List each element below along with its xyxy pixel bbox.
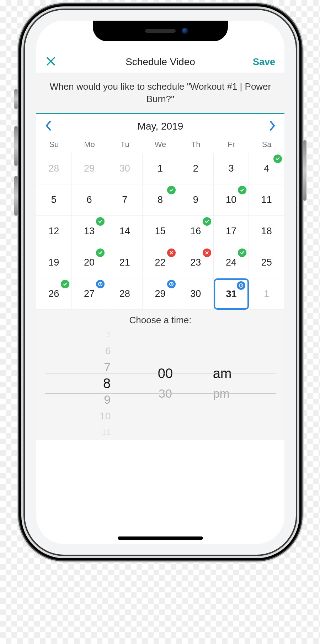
- check-icon: [238, 248, 246, 257]
- picker-option[interactable]: pm: [213, 383, 230, 403]
- check-icon: [203, 217, 211, 226]
- month-label: May, 2019: [138, 121, 183, 132]
- picker-option[interactable]: am: [213, 363, 232, 383]
- calendar-day[interactable]: 17: [214, 216, 249, 247]
- month-navigator: May, 2019: [36, 114, 284, 137]
- calendar-day[interactable]: 11: [249, 184, 284, 216]
- calendar-grid: 2829301234567891011121314151617181920212…: [36, 153, 284, 310]
- dow-th: Th: [178, 137, 214, 153]
- calendar-day[interactable]: 21: [107, 247, 143, 278]
- check-icon: [167, 186, 176, 194]
- x-icon: [167, 248, 176, 257]
- calendar-day[interactable]: 3: [214, 153, 249, 184]
- picker-option[interactable]: 9: [104, 392, 111, 408]
- check-icon: [238, 186, 246, 194]
- next-month-button[interactable]: [268, 119, 277, 133]
- picker-option[interactable]: 30: [159, 383, 172, 403]
- front-camera: [182, 28, 188, 34]
- calendar-day[interactable]: 8: [143, 184, 178, 216]
- prev-month-button[interactable]: [44, 119, 53, 133]
- picker-option[interactable]: 5: [106, 326, 111, 343]
- time-title: Choose a time:: [36, 313, 284, 326]
- navbar: Schedule Video Save: [36, 51, 284, 73]
- check-icon: [273, 155, 282, 163]
- calendar-day[interactable]: 31: [214, 278, 249, 310]
- calendar-day[interactable]: 16: [178, 216, 214, 247]
- calendar-day[interactable]: 23: [178, 247, 214, 278]
- screen: Schedule Video Save When would you like …: [36, 21, 284, 544]
- home-indicator[interactable]: [118, 536, 203, 540]
- check-icon: [96, 248, 105, 257]
- calendar-week: 12131415161718: [36, 216, 284, 247]
- calendar-day[interactable]: 20: [72, 247, 107, 278]
- earpiece-speaker: [145, 29, 176, 33]
- phone-frame: Schedule Video Save When would you like …: [25, 10, 296, 555]
- calendar-day[interactable]: 14: [107, 216, 143, 247]
- calendar-day[interactable]: 27: [72, 278, 107, 310]
- calendar-day[interactable]: 7: [107, 184, 143, 216]
- x-icon: [203, 248, 211, 257]
- calendar-day[interactable]: 13: [72, 216, 107, 247]
- picker-option[interactable]: 7: [104, 359, 111, 376]
- calendar-day[interactable]: 18: [249, 216, 284, 247]
- calendar-day[interactable]: 12: [36, 216, 72, 247]
- calendar-day[interactable]: 1: [143, 153, 178, 184]
- close-button[interactable]: [46, 56, 56, 68]
- calendar-day[interactable]: 24: [214, 247, 249, 278]
- day-of-week-row: Su Mo Tu We Th Fr Sa: [36, 137, 284, 153]
- clock-icon: [167, 280, 176, 288]
- calendar-day[interactable]: 28: [107, 278, 143, 310]
- volume-up-button: [14, 126, 18, 166]
- calendar-day[interactable]: 29: [143, 278, 178, 310]
- dow-su: Su: [36, 137, 72, 153]
- calendar-week: 2627282930311: [36, 278, 284, 310]
- calendar-day[interactable]: 2: [178, 153, 214, 184]
- mute-switch: [14, 89, 18, 109]
- clock-icon: [237, 281, 245, 290]
- notch: [93, 21, 228, 41]
- close-icon: [46, 56, 56, 67]
- time-section: Choose a time: 567891011 0030 ampm: [36, 310, 284, 440]
- calendar-week: 567891011: [36, 184, 284, 216]
- calendar-day[interactable]: 28: [36, 153, 72, 184]
- calendar-day[interactable]: 15: [143, 216, 178, 247]
- time-picker[interactable]: 567891011 0030 ampm: [36, 326, 284, 440]
- calendar-day[interactable]: 6: [72, 184, 107, 216]
- power-button: [303, 140, 306, 201]
- calendar-day[interactable]: 9: [178, 184, 214, 216]
- calendar-day[interactable]: 10: [214, 184, 249, 216]
- chevron-left-icon: [44, 119, 53, 132]
- calendar-day[interactable]: 5: [36, 184, 72, 216]
- calendar-day[interactable]: 1: [249, 278, 284, 310]
- hour-wheel[interactable]: 567891011: [36, 326, 130, 440]
- calendar-day[interactable]: 30: [107, 153, 143, 184]
- picker-option[interactable]: 11: [102, 424, 111, 440]
- calendar-day[interactable]: 26: [36, 278, 72, 310]
- picker-option[interactable]: 00: [158, 363, 173, 383]
- picker-option[interactable]: 6: [105, 343, 111, 359]
- save-button[interactable]: Save: [253, 57, 275, 68]
- calendar-day[interactable]: 30: [178, 278, 214, 310]
- calendar-day[interactable]: 29: [72, 153, 107, 184]
- picker-option[interactable]: 10: [100, 408, 111, 424]
- calendar-day[interactable]: 4: [249, 153, 284, 184]
- check-icon: [61, 280, 69, 288]
- dow-fr: Fr: [214, 137, 249, 153]
- calendar-day[interactable]: 25: [249, 247, 284, 278]
- dow-we: We: [143, 137, 178, 153]
- minute-wheel[interactable]: 0030: [130, 326, 200, 440]
- volume-down-button: [14, 176, 18, 216]
- clock-icon: [96, 280, 105, 288]
- picker-option[interactable]: 8: [103, 375, 111, 392]
- calendar-week: 19202122232425: [36, 247, 284, 278]
- dow-tu: Tu: [107, 137, 143, 153]
- schedule-prompt: When would you like to schedule "Workout…: [36, 73, 284, 114]
- calendar-day[interactable]: 19: [36, 247, 72, 278]
- calendar-week: 2829301234: [36, 153, 284, 184]
- calendar-day[interactable]: 22: [143, 247, 178, 278]
- navbar-title: Schedule Video: [126, 56, 195, 68]
- check-icon: [96, 217, 105, 226]
- dow-mo: Mo: [72, 137, 107, 153]
- chevron-right-icon: [268, 119, 277, 132]
- period-wheel[interactable]: ampm: [200, 326, 284, 440]
